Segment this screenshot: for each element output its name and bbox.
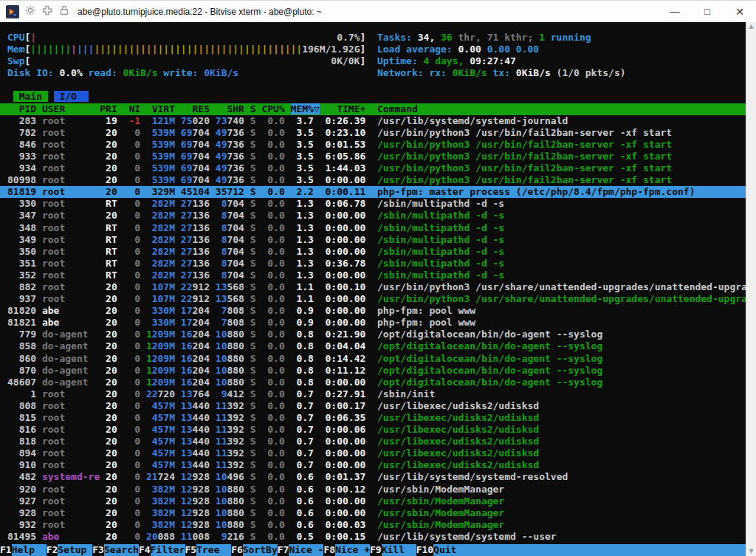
window-controls: — □ ✕ bbox=[659, 1, 756, 22]
fkey-action-filter[interactable]: Filter bbox=[151, 544, 185, 556]
process-command: /usr/lib/systemd/systemd --user bbox=[377, 531, 557, 542]
process-row[interactable]: 81495 abe 20 0 20088 11008 9216 S 0.0 0.… bbox=[0, 531, 746, 543]
process-row[interactable]: 860 do-agent 20 0 1209M 16204 10880 S 0.… bbox=[0, 353, 746, 365]
process-command: /usr/bin/python3 /usr/bin/fail2ban-serve… bbox=[377, 162, 672, 174]
fkey-action-nice[interactable]: Nice + bbox=[335, 544, 370, 556]
scroll-down-icon[interactable]: ▼ bbox=[749, 547, 753, 556]
process-row[interactable]: 348 root RT 0 282M 27136 8704 S 0.0 1.3 … bbox=[0, 222, 746, 234]
fkey-f3: F3 bbox=[92, 544, 104, 556]
process-row[interactable]: 349 root RT 0 282M 27136 8704 S 0.0 1.3 … bbox=[0, 234, 746, 246]
process-command: /sbin/multipathd -d -s bbox=[377, 210, 504, 221]
process-command: /sbin/multipathd -d -s bbox=[377, 246, 504, 257]
process-row[interactable]: 351 root RT 0 282M 27136 8704 S 0.0 1.3 … bbox=[0, 258, 746, 270]
process-command: /sbin/init bbox=[377, 388, 435, 399]
process-row[interactable]: 934 root 20 0 539M 69704 49736 S 0.0 3.5… bbox=[0, 162, 746, 174]
tab-main[interactable]: Main bbox=[13, 91, 48, 102]
process-row[interactable]: 482 systemd-re 20 0 21724 12928 10496 S … bbox=[0, 471, 746, 483]
process-row[interactable]: 48607 do-agent 20 0 1209M 16204 10880 S … bbox=[0, 377, 746, 388]
process-row[interactable]: 1 root 20 0 22720 13764 9412 S 0.0 0.7 0… bbox=[0, 388, 746, 400]
scroll-up-icon[interactable]: ▲ bbox=[749, 22, 753, 31]
process-row-selected[interactable]: 81819 root 20 0 329M 45104 35712 S 0.0 2… bbox=[0, 186, 746, 198]
process-command: /usr/lib/systemd/systemd-resolved bbox=[377, 471, 568, 482]
close-button[interactable]: ✕ bbox=[724, 1, 756, 22]
fkey-f9: F9 bbox=[370, 544, 382, 556]
fkey-action-nice[interactable]: Nice - bbox=[289, 544, 323, 556]
process-row[interactable]: 779 do-agent 20 0 1209M 16204 10880 S 0.… bbox=[0, 329, 746, 340]
tab-io[interactable]: I/O bbox=[54, 91, 89, 102]
process-row[interactable]: 81821 abe 20 0 330M 17204 7808 S 0.0 0.9… bbox=[0, 317, 746, 329]
minimize-button[interactable]: — bbox=[659, 1, 691, 22]
process-command: /usr/sbin/ModemManager bbox=[377, 495, 504, 507]
process-command: /usr/libexec/udisks2/udisksd bbox=[377, 424, 539, 435]
process-command: /usr/libexec/udisks2/udisksd bbox=[377, 400, 539, 411]
process-row[interactable]: 816 root 20 0 457M 13440 11392 S 0.0 0.7… bbox=[0, 424, 746, 436]
process-row[interactable]: 350 root RT 0 282M 27136 8704 S 0.0 1.3 … bbox=[0, 246, 746, 258]
process-command: /usr/sbin/ModemManager bbox=[377, 484, 504, 495]
title-bar: abe@pluto.turnipjuice.media:22 - Bitvise… bbox=[0, 0, 756, 22]
process-command: /opt/digitalocean/bin/do-agent --syslog bbox=[377, 353, 602, 364]
fkey-action-sortby[interactable]: SortBy bbox=[243, 544, 278, 556]
process-row[interactable]: 352 root RT 0 282M 27136 8704 S 0.0 1.3 … bbox=[0, 270, 746, 281]
fkey-action-kill[interactable]: Kill bbox=[382, 544, 416, 556]
process-command: /usr/libexec/udisks2/udisksd bbox=[377, 447, 539, 459]
fkey-f10: F10 bbox=[416, 544, 433, 556]
process-row[interactable]: 937 root 20 0 107M 22912 13568 S 0.0 1.1… bbox=[0, 293, 746, 305]
fkey-f7: F7 bbox=[278, 544, 289, 556]
process-row[interactable]: 920 root 20 0 382M 12928 10880 S 0.0 0.6… bbox=[0, 484, 746, 495]
process-command: /usr/bin/python3 /usr/bin/fail2ban-serve… bbox=[377, 127, 672, 138]
process-row[interactable]: 870 do-agent 20 0 1209M 16204 10880 S 0.… bbox=[0, 365, 746, 377]
blank-line bbox=[0, 79, 746, 91]
process-command: /usr/sbin/ModemManager bbox=[377, 507, 504, 518]
cpu-meter-line: CPU[| 0.7%] Tasks: 34, 36 thr, 71 kthr; … bbox=[0, 32, 746, 44]
gear-icon[interactable] bbox=[24, 4, 36, 19]
process-row[interactable]: 330 root RT 0 282M 27136 8704 S 0.0 1.3 … bbox=[0, 198, 746, 210]
process-row[interactable]: 81820 abe 20 0 330M 17204 7808 S 0.0 0.9… bbox=[0, 305, 746, 317]
process-row[interactable]: 932 root 20 0 382M 12928 10880 S 0.0 0.6… bbox=[0, 519, 746, 531]
process-command: /sbin/multipathd -d -s bbox=[377, 234, 504, 245]
fkey-f1: F1 bbox=[0, 544, 12, 556]
process-row[interactable]: 782 root 20 0 539M 69704 49736 S 0.0 3.5… bbox=[0, 127, 746, 139]
fkey-action-quit[interactable]: Quit bbox=[433, 544, 468, 556]
process-command: /sbin/multipathd -d -s bbox=[377, 198, 504, 209]
process-row[interactable]: 894 root 20 0 457M 13440 11392 S 0.0 0.7… bbox=[0, 447, 746, 459]
process-command: /sbin/multipathd -d -s bbox=[377, 270, 504, 281]
process-row[interactable]: 818 root 20 0 457M 13440 11392 S 0.0 0.7… bbox=[0, 436, 746, 447]
fkey-action-search[interactable]: Search bbox=[104, 544, 139, 556]
process-row[interactable]: 808 root 20 0 457M 13440 11392 S 0.0 0.7… bbox=[0, 400, 746, 412]
screen-tabs: Main I/O bbox=[0, 91, 746, 103]
process-row[interactable]: 927 root 20 0 382M 12928 10880 S 0.0 0.6… bbox=[0, 495, 746, 507]
maximize-button[interactable]: □ bbox=[691, 1, 724, 22]
fkey-f4: F4 bbox=[139, 544, 151, 556]
process-command: /usr/bin/python3 /usr/share/unattended-u… bbox=[377, 293, 746, 304]
htop-screen: CPU[| 0.7%] Tasks: 34, 36 thr, 71 kthr; … bbox=[0, 22, 746, 556]
process-table-header[interactable]: PID USER PRI NI VIRT RES SHR S CPU% MEM%… bbox=[0, 103, 746, 115]
process-row[interactable]: 882 root 20 0 107M 22912 13568 S 0.0 1.1… bbox=[0, 281, 746, 293]
process-row[interactable]: 846 root 20 0 539M 69704 49736 S 0.0 3.5… bbox=[0, 139, 746, 151]
fkey-bar-filler bbox=[468, 544, 746, 556]
process-row[interactable]: 928 root 20 0 382M 12928 10880 S 0.0 0.6… bbox=[0, 507, 746, 519]
process-command: /usr/libexec/udisks2/udisksd bbox=[377, 412, 539, 423]
process-row[interactable]: 910 root 20 0 457M 13440 11392 S 0.0 0.7… bbox=[0, 459, 746, 471]
new-terminal-icon[interactable] bbox=[41, 4, 53, 19]
process-command: php-fpm: pool www bbox=[377, 317, 475, 328]
process-command: /usr/libexec/udisks2/udisksd bbox=[377, 436, 539, 447]
process-command: /opt/digitalocean/bin/do-agent --syslog bbox=[377, 340, 602, 351]
process-row[interactable]: 283 root 19 -1 121M 75020 73740 S 0.0 3.… bbox=[0, 115, 746, 127]
process-row[interactable]: 80998 root 20 0 539M 69704 49736 S 0.0 3… bbox=[0, 174, 746, 186]
fkey-action-setup[interactable]: Setup bbox=[58, 544, 92, 556]
process-row[interactable]: 933 root 20 0 539M 69704 49736 S 0.0 3.5… bbox=[0, 151, 746, 162]
sort-column-mem[interactable]: MEM%▽ bbox=[291, 103, 320, 114]
fkey-action-help[interactable]: Help bbox=[12, 544, 47, 556]
lock-icon bbox=[58, 4, 70, 19]
terminal: CPU[| 0.7%] Tasks: 34, 36 thr, 71 kthr; … bbox=[0, 22, 756, 556]
scrollbar[interactable]: ▲ ▼ bbox=[746, 22, 756, 556]
process-command: /usr/bin/python3 /usr/bin/fail2ban-serve… bbox=[377, 139, 672, 150]
process-table: 283 root 19 -1 121M 75020 73740 S 0.0 3.… bbox=[0, 115, 746, 543]
process-row[interactable]: 815 root 20 0 457M 13440 11392 S 0.0 0.7… bbox=[0, 412, 746, 424]
fkey-f5: F5 bbox=[185, 544, 197, 556]
process-command: php-fpm: pool www bbox=[377, 305, 475, 316]
process-row[interactable]: 347 root 20 0 282M 27136 8704 S 0.0 1.3 … bbox=[0, 210, 746, 222]
process-row[interactable]: 858 do-agent 20 0 1209M 16204 10880 S 0.… bbox=[0, 340, 746, 352]
fkey-action-tree[interactable]: Tree bbox=[196, 544, 231, 556]
title-bar-icons bbox=[6, 4, 70, 19]
